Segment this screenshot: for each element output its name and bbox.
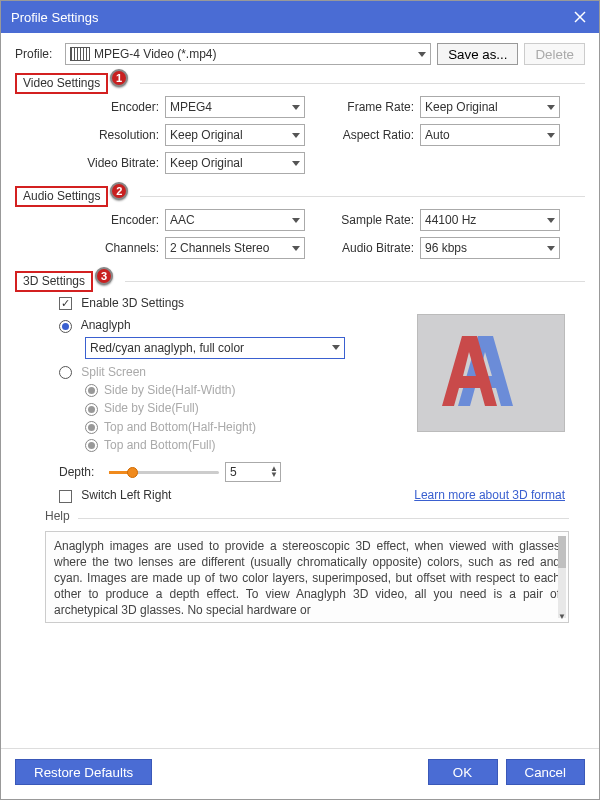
format-icon xyxy=(70,47,90,61)
channels-select[interactable]: 2 Channels Stereo xyxy=(165,237,305,259)
3d-settings-section: 3D Settings 3 Enable 3D Settings Anaglyp… xyxy=(15,271,585,503)
side-half-radio xyxy=(85,384,98,397)
chevron-down-icon xyxy=(547,133,555,138)
audio-bitrate-select[interactable]: 96 kbps xyxy=(420,237,560,259)
callout-3: 3 xyxy=(95,267,113,285)
svg-marker-8 xyxy=(292,218,300,223)
resolution-select[interactable]: Keep Original xyxy=(165,124,305,146)
scrollbar-thumb[interactable] xyxy=(558,536,566,569)
resolution-label: Resolution: xyxy=(65,128,165,142)
save-as-button[interactable]: Save as... xyxy=(437,43,518,65)
chevron-down-icon xyxy=(292,161,300,166)
cancel-button[interactable]: Cancel xyxy=(506,759,586,785)
audio-bitrate-label: Audio Bitrate: xyxy=(320,241,420,255)
switch-lr-checkbox[interactable] xyxy=(59,490,72,503)
profile-row: Profile: MPEG-4 Video (*.mp4) Save as...… xyxy=(15,43,585,65)
chevron-down-icon xyxy=(547,105,555,110)
3d-settings-title: 3D Settings xyxy=(15,271,93,292)
ok-button[interactable]: OK xyxy=(428,759,498,785)
restore-defaults-button[interactable]: Restore Defaults xyxy=(15,759,152,785)
dialog-footer: Restore Defaults OK Cancel xyxy=(1,748,599,799)
svg-marker-3 xyxy=(292,105,300,110)
help-section: Help Anaglyph images are used to provide… xyxy=(45,509,569,623)
chevron-down-icon[interactable]: ▼ xyxy=(270,472,278,478)
side-full-radio xyxy=(85,403,98,416)
chevron-down-icon xyxy=(332,345,340,350)
audio-encoder-select[interactable]: AAC xyxy=(165,209,305,231)
video-bitrate-select[interactable]: Keep Original xyxy=(165,152,305,174)
video-encoder-label: Encoder: xyxy=(65,100,165,114)
profile-settings-dialog: Profile Settings Profile: MPEG-4 Video (… xyxy=(0,0,600,800)
anaglyph-label: Anaglyph xyxy=(81,318,131,332)
delete-button: Delete xyxy=(524,43,585,65)
svg-marker-4 xyxy=(292,133,300,138)
chevron-down-icon xyxy=(292,218,300,223)
switch-lr-label: Switch Left Right xyxy=(81,488,171,502)
svg-marker-2 xyxy=(418,52,426,57)
profile-value: MPEG-4 Video (*.mp4) xyxy=(94,47,414,61)
anaglyph-radio[interactable] xyxy=(59,320,72,333)
chevron-down-icon xyxy=(292,105,300,110)
svg-marker-11 xyxy=(547,246,555,251)
sample-rate-select[interactable]: 44100 Hz xyxy=(420,209,560,231)
profile-label: Profile: xyxy=(15,47,59,61)
video-settings-title: Video Settings xyxy=(15,73,108,94)
slider-thumb-icon[interactable] xyxy=(127,467,138,478)
audio-encoder-label: Encoder: xyxy=(65,213,165,227)
scrollbar[interactable]: ▲ ▼ xyxy=(558,536,566,618)
top-full-radio xyxy=(85,439,98,452)
window-title: Profile Settings xyxy=(11,10,571,25)
svg-marker-6 xyxy=(547,105,555,110)
callout-2: 2 xyxy=(110,182,128,200)
help-title: Help xyxy=(45,509,70,523)
channels-label: Channels: xyxy=(65,241,165,255)
aspect-ratio-select[interactable]: Auto xyxy=(420,124,560,146)
help-text: Anaglyph images are used to provide a st… xyxy=(45,531,569,623)
anaglyph-mode-select[interactable]: Red/cyan anaglyph, full color xyxy=(85,337,345,359)
video-bitrate-label: Video Bitrate: xyxy=(65,156,165,170)
depth-stepper[interactable]: 5 ▲▼ xyxy=(225,462,281,482)
frame-rate-select[interactable]: Keep Original xyxy=(420,96,560,118)
titlebar: Profile Settings xyxy=(1,1,599,33)
chevron-down-icon xyxy=(418,52,426,57)
audio-settings-section: Audio Settings 2 Encoder: AAC Channels: … xyxy=(15,186,585,265)
chevron-down-icon xyxy=(547,218,555,223)
video-settings-section: Video Settings 1 Encoder: MPEG4 Resoluti… xyxy=(15,73,585,180)
enable-3d-label: Enable 3D Settings xyxy=(81,296,184,310)
aspect-ratio-label: Aspect Ratio: xyxy=(320,128,420,142)
learn-more-link[interactable]: Learn more about 3D format xyxy=(414,488,565,502)
video-encoder-select[interactable]: MPEG4 xyxy=(165,96,305,118)
dialog-body: Profile: MPEG-4 Video (*.mp4) Save as...… xyxy=(1,33,599,748)
audio-settings-title: Audio Settings xyxy=(15,186,108,207)
profile-select[interactable]: MPEG-4 Video (*.mp4) xyxy=(65,43,431,65)
chevron-down-icon xyxy=(292,246,300,251)
3d-preview xyxy=(417,314,565,432)
depth-slider[interactable] xyxy=(109,465,219,479)
svg-marker-10 xyxy=(547,218,555,223)
split-screen-label: Split Screen xyxy=(81,365,146,379)
enable-3d-checkbox[interactable] xyxy=(59,297,72,310)
scroll-down-icon[interactable]: ▼ xyxy=(558,612,566,620)
frame-rate-label: Frame Rate: xyxy=(320,100,420,114)
svg-marker-9 xyxy=(292,246,300,251)
chevron-down-icon xyxy=(292,133,300,138)
top-half-radio xyxy=(85,421,98,434)
split-screen-radio[interactable] xyxy=(59,366,72,379)
sample-rate-label: Sample Rate: xyxy=(320,213,420,227)
callout-1: 1 xyxy=(110,69,128,87)
svg-marker-12 xyxy=(332,345,340,350)
svg-marker-7 xyxy=(547,133,555,138)
chevron-down-icon xyxy=(547,246,555,251)
depth-label: Depth: xyxy=(59,465,103,479)
close-icon[interactable] xyxy=(571,8,589,26)
svg-marker-5 xyxy=(292,161,300,166)
